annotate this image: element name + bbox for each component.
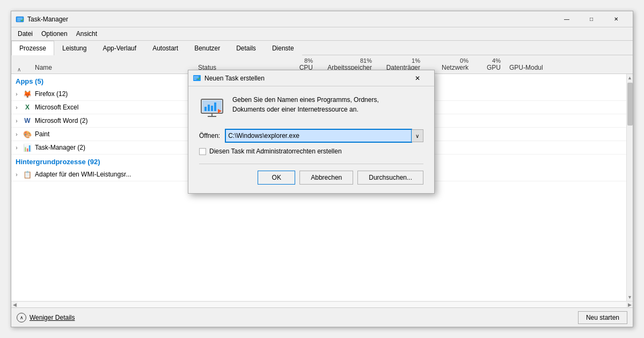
taskmanager-name: Task-Manager (2) bbox=[35, 144, 173, 151]
scroll-up-arrow[interactable]: ▲ bbox=[626, 74, 633, 82]
dialog-title-icon bbox=[193, 74, 201, 83]
svg-rect-12 bbox=[204, 107, 207, 111]
svg-rect-3 bbox=[17, 20, 20, 21]
chevron-icon: ∧ bbox=[17, 313, 26, 322]
net-label[interactable]: Netzwerk bbox=[442, 64, 469, 71]
horizontal-scrollbar[interactable]: ◀ ▶ bbox=[11, 301, 633, 307]
input-wrapper: ∨ bbox=[225, 129, 423, 142]
close-button[interactable]: ✕ bbox=[604, 11, 628, 27]
hscroll-left-arrow[interactable]: ◀ bbox=[11, 302, 18, 307]
sort-arrow-icon[interactable]: ∧ bbox=[17, 67, 21, 72]
gpu-percent: 4% bbox=[492, 57, 501, 64]
menu-ansicht[interactable]: Ansicht bbox=[72, 28, 101, 39]
open-input[interactable] bbox=[225, 129, 412, 142]
gpumod-label[interactable]: GPU-Modul bbox=[509, 64, 543, 71]
net-percent: 0% bbox=[460, 57, 469, 64]
minimize-button[interactable]: — bbox=[554, 11, 579, 27]
svg-rect-5 bbox=[194, 76, 199, 77]
disk-percent: 1% bbox=[412, 57, 420, 64]
hscroll-right-arrow[interactable]: ▶ bbox=[626, 302, 633, 307]
restart-button[interactable]: Neu starten bbox=[578, 311, 627, 324]
paint-name: Paint bbox=[35, 130, 173, 138]
computer-run-icon bbox=[199, 95, 225, 121]
admin-checkbox-label: Diesen Task mit Administratorrechten ers… bbox=[209, 148, 342, 155]
tab-bar: Prozesse Leistung App-Verlauf Autostart … bbox=[11, 41, 633, 55]
window-title: Task-Manager bbox=[27, 16, 554, 23]
less-details-button[interactable]: ∧ Weniger Details bbox=[17, 313, 75, 322]
word-name: Microsoft Word (2) bbox=[35, 117, 173, 124]
less-details-label: Weniger Details bbox=[30, 314, 75, 321]
tab-leistung[interactable]: Leistung bbox=[54, 41, 94, 55]
cpu-percent: 8% bbox=[304, 57, 313, 64]
bottom-bar: ∧ Weniger Details Neu starten bbox=[11, 307, 633, 327]
window-controls: — □ ✕ bbox=[554, 11, 628, 27]
word-icon: W bbox=[22, 116, 33, 125]
open-label: Öffnen: bbox=[199, 132, 220, 139]
dialog-buttons: OK Abbrechen Durchsuchen... bbox=[199, 171, 423, 185]
dialog-description: Geben Sie den Namen eines Programms, Ord… bbox=[232, 95, 379, 114]
dialog-title-text: Neuen Task erstellen bbox=[204, 75, 405, 82]
dialog-separator bbox=[199, 164, 423, 164]
restart-section: Neu starten bbox=[578, 311, 627, 324]
svg-rect-7 bbox=[194, 79, 196, 80]
create-task-dialog: Neuen Task erstellen ✕ bbox=[188, 70, 435, 194]
tab-app-verlauf[interactable]: App-Verlauf bbox=[94, 41, 144, 55]
col-name-header[interactable]: Name bbox=[35, 64, 52, 71]
expand-excel[interactable]: › bbox=[11, 105, 22, 111]
taskmanager-icon: 📊 bbox=[22, 143, 33, 152]
expand-word[interactable]: › bbox=[11, 118, 22, 124]
excel-name: Microsoft Excel bbox=[35, 104, 173, 111]
dialog-title-bar: Neuen Task erstellen ✕ bbox=[188, 70, 434, 86]
expand-taskmanager[interactable]: › bbox=[11, 145, 22, 151]
tab-details[interactable]: Details bbox=[228, 41, 264, 55]
excel-icon: X bbox=[22, 103, 33, 112]
dialog-checkbox-row: Diesen Task mit Administratorrechten ers… bbox=[199, 148, 423, 155]
hscroll-track[interactable] bbox=[18, 302, 626, 307]
gpu-label[interactable]: GPU bbox=[487, 64, 501, 71]
dropdown-arrow-icon: ∨ bbox=[415, 133, 419, 139]
maximize-button[interactable]: □ bbox=[579, 11, 604, 27]
wmi-name: Adapter für den WMI-Leistungsr... bbox=[35, 171, 173, 178]
dialog-top-area: Geben Sie den Namen eines Programms, Ord… bbox=[199, 95, 423, 121]
paint-icon: 🎨 bbox=[22, 130, 33, 138]
svg-rect-14 bbox=[211, 106, 213, 111]
browse-button[interactable]: Durchsuchen... bbox=[357, 171, 423, 185]
app-icon bbox=[16, 15, 24, 24]
svg-rect-15 bbox=[214, 102, 216, 111]
svg-rect-13 bbox=[208, 105, 210, 111]
dialog-open-row: Öffnen: ∨ bbox=[199, 129, 423, 142]
tab-prozesse[interactable]: Prozesse bbox=[11, 41, 54, 55]
dialog-close-button[interactable]: ✕ bbox=[405, 70, 430, 86]
tab-benutzer[interactable]: Benutzer bbox=[186, 41, 228, 55]
tab-autostart[interactable]: Autostart bbox=[144, 41, 186, 55]
expand-firefox[interactable]: › bbox=[11, 91, 22, 97]
dropdown-arrow-button[interactable]: ∨ bbox=[412, 129, 423, 142]
ok-button[interactable]: OK bbox=[258, 171, 295, 185]
mem-percent: 81% bbox=[360, 57, 372, 64]
menu-bar: Datei Optionen Ansicht bbox=[11, 27, 633, 41]
scrollbar-thumb[interactable] bbox=[627, 83, 633, 126]
title-bar: Task-Manager — □ ✕ bbox=[11, 11, 633, 27]
menu-optionen[interactable]: Optionen bbox=[37, 28, 72, 39]
wmi-icon: 📋 bbox=[22, 170, 33, 179]
firefox-icon: 🦊 bbox=[22, 90, 33, 98]
svg-rect-1 bbox=[17, 18, 23, 19]
dialog-body: Geben Sie den Namen eines Programms, Ord… bbox=[188, 86, 434, 193]
scroll-down-arrow[interactable]: ▼ bbox=[626, 293, 633, 301]
menu-datei[interactable]: Datei bbox=[13, 28, 37, 39]
admin-checkbox[interactable] bbox=[199, 148, 206, 155]
vertical-scrollbar[interactable]: ▲ ▼ bbox=[626, 74, 633, 301]
cancel-button[interactable]: Abbrechen bbox=[299, 171, 353, 185]
expand-paint[interactable]: › bbox=[11, 131, 22, 137]
firefox-name: Firefox (12) bbox=[35, 90, 173, 98]
svg-rect-2 bbox=[17, 19, 23, 20]
tab-dienste[interactable]: Dienste bbox=[264, 41, 302, 55]
expand-wmi[interactable]: › bbox=[11, 172, 22, 178]
